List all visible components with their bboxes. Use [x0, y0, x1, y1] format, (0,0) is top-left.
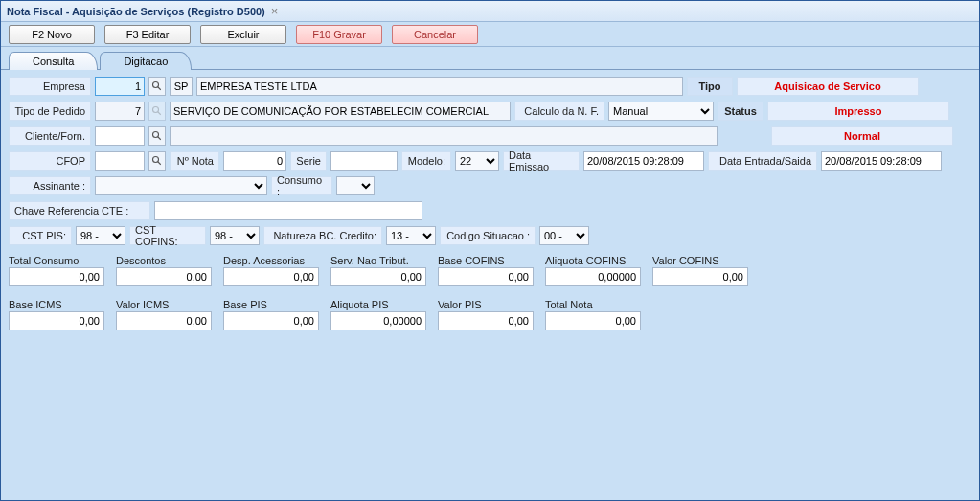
tipo-pedido-lookup-icon	[148, 102, 166, 121]
total-input[interactable]	[652, 267, 748, 286]
total-label: Valor PIS	[438, 298, 534, 311]
row-assinante: Assinante : Consumo :	[9, 175, 971, 196]
total-label: Base COFINS	[438, 254, 534, 267]
total-input[interactable]	[223, 311, 319, 330]
label-num-nota: Nº Nota	[170, 151, 219, 171]
total-input[interactable]	[438, 311, 534, 330]
total-input[interactable]	[223, 267, 319, 286]
row-tipo-pedido: Tipo de Pedido Calculo da N. F. Manual S…	[9, 101, 971, 122]
cfop-lookup-icon[interactable]	[148, 151, 166, 171]
total-item: Aliquota COFINS	[545, 254, 641, 286]
total-label: Total Consumo	[9, 254, 104, 267]
label-tipo-pedido: Tipo de Pedido	[9, 102, 91, 121]
novo-button[interactable]: F2 Novo	[9, 25, 95, 44]
label-modelo: Modelo:	[401, 151, 451, 171]
total-label: Valor ICMS	[116, 298, 212, 311]
row-empresa: Empresa Tipo Aquisicao de Servico	[9, 76, 971, 97]
window-root: Nota Fiscal - Aquisição de Serviços (Reg…	[0, 0, 980, 501]
total-label: Total Nota	[545, 298, 641, 311]
cfop-input[interactable]	[95, 151, 145, 171]
svg-line-1	[158, 87, 161, 90]
total-label: Aliquota COFINS	[545, 254, 641, 267]
cliente-nome	[170, 126, 718, 146]
total-input[interactable]	[545, 311, 641, 330]
consumo-select[interactable]	[336, 176, 375, 195]
total-item: Total Nota	[545, 298, 641, 330]
label-calculo-nf: Calculo da N. F.	[514, 102, 604, 121]
label-cst-pis: CST PIS:	[9, 226, 72, 245]
total-item: Valor ICMS	[116, 298, 212, 330]
label-cliente: Cliente/Forn.	[9, 126, 91, 146]
data-entrada-input[interactable]	[821, 151, 942, 171]
empresa-lookup-icon[interactable]	[148, 77, 166, 96]
label-serie: Serie	[290, 151, 327, 171]
label-cfop: CFOP	[9, 151, 91, 171]
label-natureza-bc: Natureza BC. Credito:	[263, 226, 382, 245]
chave-ref-input[interactable]	[154, 201, 422, 220]
label-consumo: Consumo :	[271, 176, 332, 195]
tab-consulta[interactable]: Consulta	[9, 52, 98, 70]
calculo-nf-select[interactable]: Manual	[608, 102, 714, 121]
label-status-head: Status	[718, 102, 763, 121]
total-label: Base PIS	[223, 298, 319, 311]
assinante-select[interactable]	[95, 176, 267, 195]
excluir-button[interactable]: Excluir	[200, 25, 286, 44]
gravar-button[interactable]: F10 Gravar	[296, 25, 382, 44]
total-input[interactable]	[9, 267, 104, 286]
row-cliente: Cliente/Forn. Normal	[9, 125, 971, 147]
empresa-id-input[interactable]	[95, 77, 145, 96]
total-item: Aliquota PIS	[330, 298, 426, 330]
svg-point-2	[153, 107, 159, 113]
serie-input[interactable]	[330, 151, 398, 171]
close-icon[interactable]: ×	[271, 4, 279, 18]
cancelar-button[interactable]: Cancelar	[392, 25, 478, 44]
cst-pis-select[interactable]: 98 -	[76, 226, 125, 245]
total-input[interactable]	[438, 267, 534, 286]
codigo-situacao-select[interactable]: 00 -	[539, 226, 589, 245]
total-input[interactable]	[330, 311, 426, 330]
label-chave-ref: Chave Referencia CTE :	[9, 201, 150, 220]
cst-cofins-select[interactable]: 98 -	[210, 226, 260, 245]
total-label: Desp. Acessorias	[223, 254, 319, 267]
cliente-id-input[interactable]	[95, 126, 145, 146]
form-area: Empresa Tipo Aquisicao de Servico Tipo d…	[1, 70, 979, 336]
status-value: Impresso	[767, 102, 949, 121]
window-title: Nota Fiscal - Aquisição de Serviços (Reg…	[7, 6, 265, 17]
row-cst: CST PIS: 98 - CST COFINS: 98 - Natureza …	[9, 225, 971, 246]
label-tipo-head: Tipo	[687, 77, 733, 96]
editar-button[interactable]: F3 Editar	[104, 25, 191, 44]
data-emissao-input[interactable]	[583, 151, 704, 171]
titlebar: Nota Fiscal - Aquisição de Serviços (Reg…	[1, 1, 979, 22]
cliente-lookup-icon[interactable]	[148, 126, 166, 146]
svg-line-5	[158, 137, 161, 140]
tipo-pedido-id	[95, 102, 145, 121]
label-cst-cofins: CST COFINS:	[129, 226, 206, 245]
total-input[interactable]	[116, 267, 212, 286]
empresa-nome	[196, 77, 683, 96]
total-item: Descontos	[116, 254, 212, 286]
total-label: Valor COFINS	[652, 254, 748, 267]
total-input[interactable]	[330, 267, 426, 286]
tipo-pedido-desc	[170, 102, 511, 121]
svg-point-0	[153, 82, 159, 88]
natureza-bc-select[interactable]: 13 -	[386, 226, 436, 245]
tab-digitacao[interactable]: Digitacao	[100, 52, 192, 70]
svg-point-4	[153, 132, 159, 138]
empresa-uf	[170, 77, 193, 96]
total-label: Base ICMS	[9, 298, 104, 311]
svg-line-3	[158, 112, 161, 115]
total-item: Valor PIS	[438, 298, 534, 330]
total-label: Descontos	[116, 254, 212, 267]
total-item: Desp. Acessorias	[223, 254, 319, 286]
total-input[interactable]	[545, 267, 641, 286]
total-input[interactable]	[9, 311, 104, 330]
modelo-select[interactable]: 22	[455, 151, 499, 171]
svg-line-7	[158, 162, 161, 165]
num-nota-input[interactable]	[223, 151, 286, 171]
label-data-emissao: Data Emissao	[503, 151, 580, 171]
total-input[interactable]	[116, 311, 212, 330]
total-item: Valor COFINS	[652, 254, 748, 286]
status-tipo: Aquisicao de Servico	[737, 77, 919, 96]
label-empresa: Empresa	[9, 77, 91, 96]
total-label: Aliquota PIS	[330, 298, 426, 311]
